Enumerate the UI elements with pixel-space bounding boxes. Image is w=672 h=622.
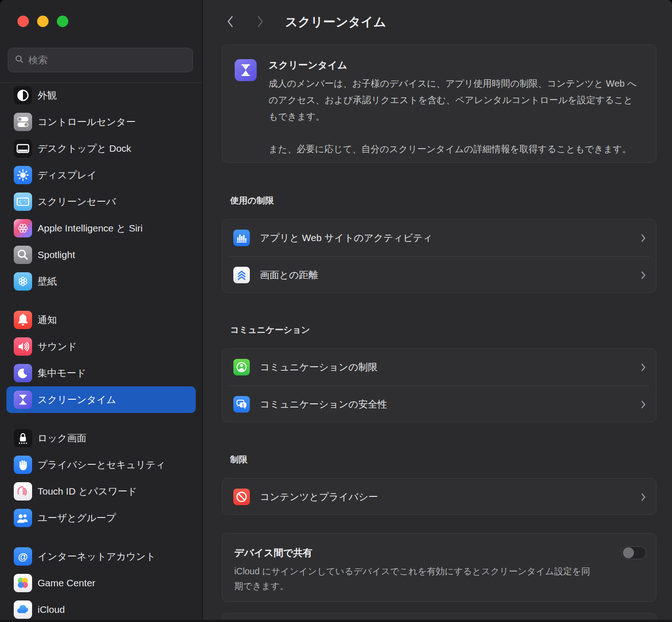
chevron-right-icon	[641, 493, 646, 501]
zoom-button[interactable]	[57, 16, 68, 27]
row-app-web-activity[interactable]: アプリと Web サイトのアクティビティ	[222, 220, 656, 256]
screen-time-icon	[235, 59, 257, 81]
icloud-icon	[14, 600, 32, 619]
sidebar-item-label: Game Center	[38, 578, 95, 589]
touch-id-icon	[14, 482, 32, 501]
game-center-icon	[14, 574, 32, 592]
share-across-devices-toggle[interactable]	[622, 546, 646, 559]
close-button[interactable]	[17, 16, 29, 27]
sidebar-item-apple-intelligence-siri[interactable]: Apple Intelligence と Siri	[6, 215, 196, 242]
desktop-dock-icon	[14, 139, 32, 158]
row-label: コンテンツとプライバシー	[260, 490, 378, 503]
sidebar-item-label: サウンド	[38, 340, 77, 353]
forward-button[interactable]	[255, 14, 265, 29]
screen-time-intro-card: スクリーンタイム 成人のメンバーは、お子様のデバイスに、アプリ使用時間の制限、コ…	[222, 44, 656, 163]
section-label-usage-limits: 使用の制限	[230, 195, 274, 207]
row-content-privacy[interactable]: コンテンツとプライバシー	[222, 479, 656, 515]
sidebar-item-spotlight[interactable]: Spotlight	[6, 242, 196, 268]
sidebar-item-label: 通知	[38, 314, 57, 326]
appearance-icon	[14, 86, 32, 105]
sidebar-item-desktop-dock[interactable]: デスクトップと Dock	[6, 135, 196, 162]
row-screen-distance[interactable]: 画面との距離	[222, 257, 656, 293]
section-label-communication: コミュニケーション	[230, 324, 310, 336]
sidebar-item-appearance[interactable]: 外観	[6, 82, 196, 109]
sidebar-item-icloud[interactable]: iCloud	[6, 596, 196, 622]
sidebar-item-label: デスクトップと Dock	[38, 142, 131, 155]
communication-card: コミュニケーションの制限 コミュニケーションの安全性	[222, 348, 656, 422]
sidebar-item-label: Touch ID とパスワード	[38, 485, 137, 498]
chevron-right-icon	[641, 234, 646, 242]
internet-accounts-icon: @	[14, 547, 32, 566]
search-input[interactable]	[28, 55, 186, 66]
sidebar-item-touch-id-password[interactable]: Touch ID とパスワード	[6, 478, 196, 505]
section-label-restrictions: 制限	[230, 454, 248, 466]
users-groups-icon	[14, 509, 32, 527]
sidebar-item-label: コントロールセンター	[38, 116, 136, 128]
spotlight-icon	[14, 246, 32, 264]
lock-screen-icon	[14, 429, 32, 447]
app-web-activity-icon	[233, 230, 250, 246]
next-card-partial	[222, 613, 656, 622]
sidebar-item-label: 外観	[38, 89, 57, 102]
sidebar-item-users-groups[interactable]: ユーザとグループ	[6, 505, 196, 531]
sidebar-item-label: iCloud	[38, 604, 65, 615]
sidebar-item-label: Apple Intelligence と Siri	[38, 222, 143, 235]
privacy-security-icon	[14, 456, 32, 474]
sound-icon	[14, 337, 32, 356]
sidebar-item-wallpaper[interactable]: 壁紙	[6, 268, 196, 295]
sidebar-item-label: ユーザとグループ	[38, 512, 116, 524]
sidebar-item-displays[interactable]: ディスプレイ	[6, 162, 196, 188]
chevron-right-icon	[641, 271, 646, 280]
sidebar-nav: 外観 コントロールセンター デスクトップと Dock ディスプレイ	[0, 82, 202, 622]
sidebar-item-label: ディスプレイ	[38, 169, 97, 182]
row-label: 画面との距離	[260, 269, 318, 281]
usage-limits-card: アプリと Web サイトのアクティビティ 画面との距離	[222, 219, 656, 293]
focus-icon	[14, 364, 32, 382]
sidebar-item-label: スクリーンタイム	[38, 393, 116, 406]
row-label: コミュニケーションの制限	[260, 361, 377, 374]
main-content: スクリーンタイム スクリーンタイム 成人のメンバーは、お子様のデバイスに、アプリ…	[203, 0, 672, 622]
sidebar-item-internet-accounts[interactable]: @ インターネットアカウント	[6, 543, 196, 570]
page-title: スクリーンタイム	[285, 14, 386, 30]
restrictions-card: コンテンツとプライバシー	[222, 478, 656, 515]
back-button[interactable]	[225, 14, 235, 29]
wallpaper-icon	[14, 272, 32, 291]
sidebar-item-game-center[interactable]: Game Center	[6, 570, 196, 596]
search-field[interactable]	[8, 48, 193, 72]
svg-text:@: @	[18, 551, 28, 562]
sidebar-item-label: 壁紙	[38, 275, 57, 288]
row-communication-limits[interactable]: コミュニケーションの制限	[222, 349, 656, 385]
sidebar: 外観 コントロールセンター デスクトップと Dock ディスプレイ	[0, 0, 203, 622]
row-communication-safety[interactable]: コミュニケーションの安全性	[222, 386, 656, 423]
sidebar-item-label: Spotlight	[38, 249, 75, 260]
sidebar-item-focus[interactable]: 集中モード	[6, 360, 196, 386]
sidebar-item-label: インターネットアカウント	[38, 550, 155, 563]
sidebar-item-label: プライバシーとセキュリティ	[38, 458, 165, 471]
chevron-right-icon	[641, 363, 646, 372]
intro-description-secondary: また、必要に応じて、自分のスクリーンタイムの詳細情報を取得することもできます。	[269, 141, 649, 157]
screen-saver-icon	[14, 193, 32, 211]
sidebar-item-screen-time[interactable]: スクリーンタイム	[6, 386, 196, 413]
communication-limits-icon	[233, 359, 250, 375]
search-icon	[15, 55, 24, 66]
sidebar-item-privacy-security[interactable]: プライバシーとセキュリティ	[6, 451, 196, 478]
sidebar-item-screen-saver[interactable]: スクリーンセーバ	[6, 188, 196, 215]
share-across-devices-description: iCloud にサインインしているデバイスでこれを有効にするとスクリーンタイム設…	[234, 564, 597, 593]
sidebar-item-label: 集中モード	[38, 367, 86, 380]
control-center-icon	[14, 113, 32, 131]
screen-distance-icon	[233, 267, 250, 283]
sidebar-item-label: スクリーンセーバ	[38, 195, 116, 208]
sidebar-item-control-center[interactable]: コントロールセンター	[6, 109, 196, 135]
toggle-knob	[623, 547, 634, 558]
screen-time-icon	[14, 391, 32, 409]
sidebar-item-sound[interactable]: サウンド	[6, 333, 196, 360]
share-across-devices-card: デバイス間で共有 iCloud にサインインしているデバイスでこれを有効にすると…	[222, 533, 656, 602]
intro-description: 成人のメンバーは、お子様のデバイスに、アプリ使用時間の制限、コンテンツと Web…	[269, 75, 641, 125]
communication-safety-icon	[233, 396, 250, 413]
row-label: コミュニケーションの安全性	[260, 398, 387, 411]
apple-intelligence-siri-icon	[14, 219, 32, 237]
minimize-button[interactable]	[37, 16, 49, 27]
chevron-right-icon	[641, 400, 646, 409]
sidebar-item-notifications[interactable]: 通知	[6, 307, 196, 333]
sidebar-item-lock-screen[interactable]: ロック画面	[6, 425, 196, 451]
